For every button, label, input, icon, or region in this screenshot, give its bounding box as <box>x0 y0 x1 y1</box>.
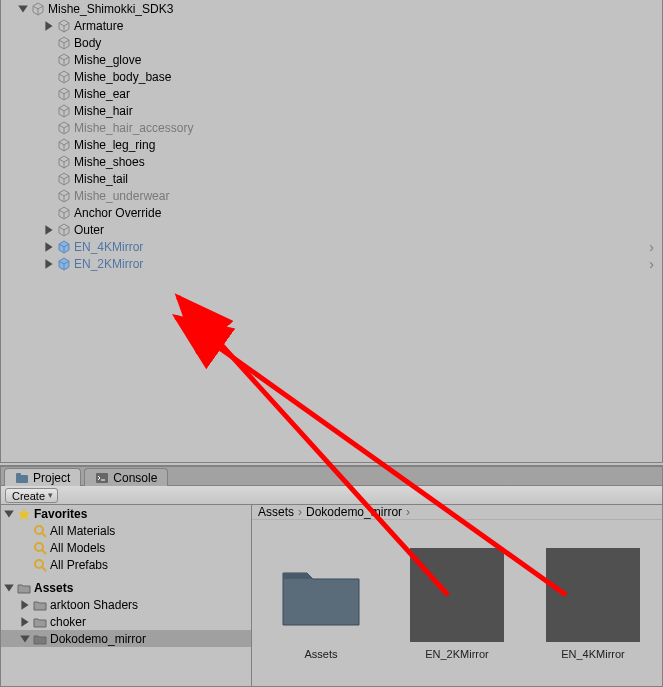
svg-rect-1 <box>16 473 21 476</box>
hierarchy-label: EN_2KMirror <box>74 257 143 271</box>
search-filter-icon <box>33 558 47 572</box>
favorite-label: All Prefabs <box>50 558 108 572</box>
gameobject-icon <box>31 2 45 16</box>
hierarchy-row[interactable]: Mishe_ear <box>1 85 662 102</box>
chevron-right-icon: › <box>298 505 302 519</box>
foldout-icon[interactable] <box>43 258 55 270</box>
asset-tree-label: arktoon Shaders <box>50 598 138 612</box>
svg-rect-2 <box>96 473 108 483</box>
tab-console[interactable]: Console <box>84 468 168 486</box>
hierarchy-row[interactable]: Mishe_tail <box>1 170 662 187</box>
folder-icon <box>17 581 31 595</box>
project-panel: Project Console Create Favorites All Mat… <box>0 465 663 687</box>
asset-tree-item[interactable]: arktoon Shaders <box>1 596 251 613</box>
search-filter-icon <box>33 524 47 538</box>
folder-icon <box>33 598 47 612</box>
hierarchy-label: Mishe_shoes <box>74 155 145 169</box>
foldout-icon[interactable] <box>43 224 55 236</box>
hierarchy-label: Mishe_leg_ring <box>74 138 155 152</box>
gameobject-icon <box>57 36 71 50</box>
breadcrumb-root[interactable]: Assets <box>258 505 294 519</box>
gameobject-icon <box>57 70 71 84</box>
svg-line-8 <box>42 567 46 571</box>
favorites-heading-row[interactable]: Favorites <box>1 505 251 522</box>
favorite-item[interactable]: All Models <box>1 539 251 556</box>
hierarchy-row[interactable]: Armature <box>1 17 662 34</box>
prefab-icon <box>57 240 71 254</box>
hierarchy-row[interactable]: Body <box>1 34 662 51</box>
foldout-icon[interactable] <box>43 241 55 253</box>
hierarchy-row[interactable]: Outer <box>1 221 662 238</box>
gameobject-icon <box>57 87 71 101</box>
hierarchy-row[interactable]: EN_4KMirror› <box>1 238 662 255</box>
favorite-item[interactable]: All Prefabs <box>1 556 251 573</box>
svg-rect-0 <box>16 475 28 483</box>
asset-grid-item[interactable]: Assets <box>268 548 374 660</box>
foldout-icon[interactable] <box>19 616 31 628</box>
svg-line-6 <box>42 550 46 554</box>
gameobject-icon <box>57 206 71 220</box>
foldout-open-icon[interactable] <box>17 3 29 15</box>
assets-heading-row[interactable]: Assets <box>1 579 251 596</box>
hierarchy-row[interactable]: Mishe_leg_ring <box>1 136 662 153</box>
create-button[interactable]: Create <box>5 488 58 503</box>
favorites-label: Favorites <box>34 507 87 521</box>
asset-grid[interactable]: AssetsEN_2KMirrorEN_4KMirror <box>252 520 662 687</box>
hierarchy-label: Body <box>74 36 101 50</box>
gameobject-icon <box>57 104 71 118</box>
favorite-label: All Materials <box>50 524 115 538</box>
hierarchy-label: Mishe_Shimokki_SDK3 <box>48 2 173 16</box>
asset-tree-label: Dokodemo_mirror <box>50 632 146 646</box>
hierarchy-row[interactable]: Mishe_shoes <box>1 153 662 170</box>
svg-line-4 <box>42 533 46 537</box>
asset-tree-item[interactable]: choker <box>1 613 251 630</box>
foldout-icon[interactable] <box>19 633 31 645</box>
asset-label: Assets <box>304 648 337 660</box>
hierarchy-label: Mishe_ear <box>74 87 130 101</box>
folder-thumb <box>274 548 368 642</box>
hierarchy-label: Armature <box>74 19 123 33</box>
gameobject-icon <box>57 155 71 169</box>
hierarchy-row[interactable]: Mishe_underwear <box>1 187 662 204</box>
hierarchy-label: Mishe_hair_accessory <box>74 121 193 135</box>
hierarchy-label: Mishe_body_base <box>74 70 171 84</box>
asset-tree-item[interactable]: Dokodemo_mirror <box>1 630 251 647</box>
chevron-right-icon[interactable]: › <box>649 239 654 255</box>
foldout-icon[interactable] <box>43 20 55 32</box>
tab-project[interactable]: Project <box>4 468 81 486</box>
asset-tree-label: choker <box>50 615 86 629</box>
foldout-open-icon[interactable] <box>3 508 15 520</box>
hierarchy-row-root[interactable]: Mishe_Shimokki_SDK3 <box>1 0 662 17</box>
hierarchy-row[interactable]: Mishe_glove <box>1 51 662 68</box>
gameobject-icon <box>57 223 71 237</box>
hierarchy-row[interactable]: Mishe_hair_accessory <box>1 119 662 136</box>
hierarchy-row[interactable]: EN_2KMirror› <box>1 255 662 272</box>
favorite-label: All Models <box>50 541 105 555</box>
hierarchy-row[interactable]: Anchor Override <box>1 204 662 221</box>
hierarchy-panel: Mishe_Shimokki_SDK3 ArmatureBodyMishe_gl… <box>0 0 663 463</box>
breadcrumb-folder[interactable]: Dokodemo_mirror <box>306 505 402 519</box>
project-tree: Favorites All MaterialsAll ModelsAll Pre… <box>1 505 252 686</box>
gameobject-icon <box>57 172 71 186</box>
gameobject-icon <box>57 189 71 203</box>
chevron-right-icon[interactable]: › <box>649 256 654 272</box>
favorite-item[interactable]: All Materials <box>1 522 251 539</box>
gameobject-icon <box>57 121 71 135</box>
hierarchy-label: Mishe_glove <box>74 53 141 67</box>
asset-grid-item[interactable]: EN_2KMirror <box>404 548 510 660</box>
search-filter-icon <box>33 541 47 555</box>
hierarchy-label: Anchor Override <box>74 206 161 220</box>
hierarchy-row[interactable]: Mishe_hair <box>1 102 662 119</box>
assets-label: Assets <box>34 581 73 595</box>
prefab-icon <box>57 257 71 271</box>
hierarchy-label: EN_4KMirror <box>74 240 143 254</box>
svg-point-7 <box>35 560 43 568</box>
foldout-open-icon[interactable] <box>3 582 15 594</box>
foldout-icon[interactable] <box>19 599 31 611</box>
hierarchy-label: Mishe_hair <box>74 104 133 118</box>
hierarchy-row[interactable]: Mishe_body_base <box>1 68 662 85</box>
tab-label: Project <box>33 471 70 485</box>
hierarchy-label: Mishe_underwear <box>74 189 169 203</box>
asset-grid-item[interactable]: EN_4KMirror <box>540 548 646 660</box>
gameobject-icon <box>57 138 71 152</box>
